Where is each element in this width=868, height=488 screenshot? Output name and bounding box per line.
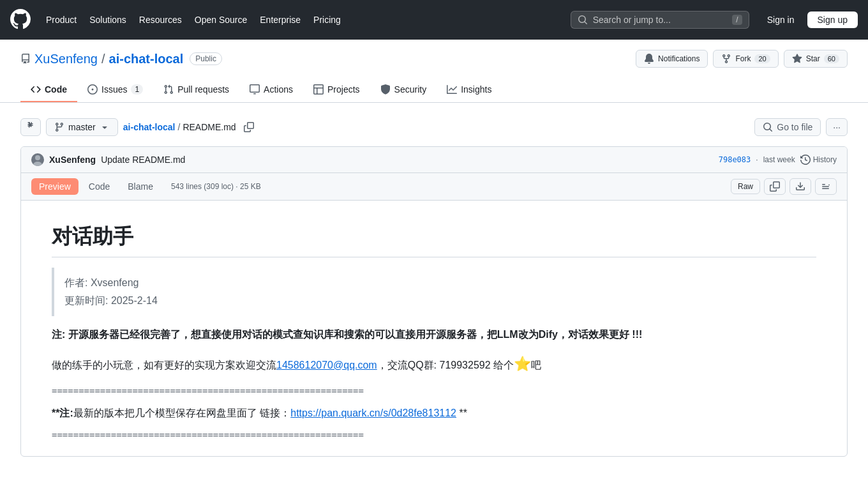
file-view-tabs: Preview Code Blame 543 lines (309 loc) ·… bbox=[31, 178, 261, 195]
tab-pr-label: Pull requests bbox=[177, 84, 229, 95]
issue-icon bbox=[87, 84, 98, 95]
readme-divider2: ========================================… bbox=[52, 429, 816, 442]
readme-blockquote: 作者: Xvsenfeng 更新时间: 2025-2-14 bbox=[52, 268, 816, 316]
readme-divider1: ========================================… bbox=[52, 385, 816, 398]
copy-file-icon bbox=[770, 181, 780, 192]
nav-enterprise[interactable]: Enterprise bbox=[255, 11, 306, 29]
outline-icon bbox=[821, 181, 831, 192]
header-auth: Sign in Sign up bbox=[760, 11, 858, 29]
file-tab-code[interactable]: Code bbox=[81, 178, 117, 195]
tab-projects-label: Projects bbox=[327, 84, 360, 95]
security-icon bbox=[380, 84, 391, 95]
tab-insights[interactable]: Insights bbox=[437, 78, 502, 102]
bell-icon bbox=[644, 54, 654, 64]
github-logo[interactable] bbox=[10, 9, 31, 31]
svg-point-1 bbox=[33, 162, 42, 166]
repo-owner-link[interactable]: XuSenfeng bbox=[34, 52, 98, 66]
nav-resources[interactable]: Resources bbox=[134, 11, 187, 29]
readme-star-emoji: ⭐ bbox=[514, 356, 531, 372]
fork-label: Fork bbox=[735, 54, 751, 63]
history-icon bbox=[800, 155, 811, 165]
notifications-label: Notifications bbox=[658, 54, 700, 63]
tab-code[interactable]: Code bbox=[20, 78, 77, 102]
nav-product[interactable]: Product bbox=[41, 11, 82, 29]
branch-selector[interactable]: master bbox=[46, 118, 118, 136]
download-button[interactable] bbox=[789, 178, 811, 195]
blockquote-update: 更新时间: 2025-2-14 bbox=[64, 293, 806, 309]
tab-code-label: Code bbox=[45, 84, 67, 95]
repo-actions: Notifications Fork 20 Star 60 bbox=[636, 50, 848, 68]
tab-pull-requests[interactable]: Pull requests bbox=[153, 78, 239, 102]
breadcrumb-repo-link[interactable]: ai-chat-local bbox=[123, 122, 176, 132]
readme-note-link[interactable]: https://pan.quark.cn/s/0d28fe813112 bbox=[290, 408, 456, 418]
file-tab-blame[interactable]: Blame bbox=[120, 178, 161, 195]
svg-point-0 bbox=[35, 155, 40, 160]
readme-note-text: 最新的版本把几个模型保存在网盘里面了 链接： bbox=[73, 408, 290, 418]
tab-insights-label: Insights bbox=[461, 84, 491, 95]
readme-hobby-text: 做的练手的小玩意，如有更好的实现方案欢迎交流 bbox=[52, 360, 276, 370]
tab-issues[interactable]: Issues 1 bbox=[77, 78, 153, 102]
commit-message: Update README.md bbox=[101, 155, 185, 165]
readme-hobby: 做的练手的小玩意，如有更好的实现方案欢迎交流1458612070@qq.com，… bbox=[52, 353, 816, 374]
branch-icon bbox=[54, 122, 64, 132]
repo-slash: / bbox=[101, 52, 105, 66]
star-button[interactable]: Star 60 bbox=[784, 50, 848, 68]
search-placeholder: Search or jump to... bbox=[593, 15, 728, 25]
readme-title: 对话助手 bbox=[52, 221, 816, 257]
search-bar[interactable]: Search or jump to... / bbox=[571, 11, 749, 29]
github-mark-icon bbox=[10, 9, 31, 29]
go-to-file-label: Go to file bbox=[777, 122, 812, 132]
readme-note-label: **注: bbox=[52, 408, 73, 418]
tab-actions[interactable]: Actions bbox=[239, 78, 303, 102]
code-icon bbox=[31, 84, 41, 95]
copy-path-button[interactable] bbox=[241, 119, 257, 135]
commit-hash-link[interactable]: 798e083 bbox=[719, 155, 751, 164]
repo-name-link[interactable]: ai-chat-local bbox=[109, 52, 184, 66]
chevron-down-icon bbox=[100, 122, 110, 132]
file-actions: Raw bbox=[731, 178, 837, 195]
tab-security-label: Security bbox=[394, 84, 427, 95]
commit-author[interactable]: XuSenfeng bbox=[49, 155, 96, 165]
readme-note: **注:最新的版本把几个模型保存在网盘里面了 链接：https://pan.qu… bbox=[52, 406, 816, 421]
file-area: master ai-chat-local / README.md Go to f… bbox=[0, 103, 868, 472]
more-options-button[interactable]: ··· bbox=[826, 118, 848, 136]
raw-button[interactable]: Raw bbox=[731, 179, 760, 194]
copy-raw-button[interactable] bbox=[764, 178, 786, 195]
download-icon bbox=[795, 181, 805, 192]
copy-icon bbox=[244, 122, 254, 132]
signin-button[interactable]: Sign in bbox=[760, 11, 802, 29]
commit-row: XuSenfeng Update README.md 798e083 · las… bbox=[21, 147, 847, 173]
commit-left: XuSenfeng Update README.md bbox=[31, 153, 185, 166]
file-tab-preview[interactable]: Preview bbox=[31, 178, 79, 195]
file-nav-row: master ai-chat-local / README.md Go to f… bbox=[20, 118, 848, 136]
file-meta: 543 lines (309 loc) · 25 KB bbox=[171, 182, 261, 191]
file-toolbar: Preview Code Blame 543 lines (309 loc) ·… bbox=[21, 173, 847, 201]
insights-icon bbox=[447, 84, 457, 95]
projects-icon bbox=[313, 84, 324, 95]
fork-button[interactable]: Fork 20 bbox=[713, 50, 778, 68]
tab-actions-label: Actions bbox=[264, 84, 293, 95]
readme-email-link[interactable]: 1458612070@qq.com bbox=[276, 360, 377, 370]
search-small-icon bbox=[763, 122, 773, 132]
nav-open-source[interactable]: Open Source bbox=[190, 11, 253, 29]
tab-projects[interactable]: Projects bbox=[303, 78, 370, 102]
tab-security[interactable]: Security bbox=[370, 78, 437, 102]
branch-name: master bbox=[68, 122, 96, 132]
repo-header: XuSenfeng / ai-chat-local Public Notific… bbox=[0, 40, 868, 103]
sidebar-toggle-button[interactable] bbox=[20, 118, 41, 136]
breadcrumb: ai-chat-local / README.md bbox=[123, 122, 236, 132]
outline-button[interactable] bbox=[815, 178, 837, 195]
star-icon bbox=[792, 54, 802, 64]
repo-tabs: Code Issues 1 Pull requests Actions bbox=[20, 78, 848, 102]
star-label: Star bbox=[806, 54, 820, 63]
nav-solutions[interactable]: Solutions bbox=[84, 11, 131, 29]
signup-button[interactable]: Sign up bbox=[807, 11, 858, 28]
history-button[interactable]: History bbox=[800, 155, 837, 165]
notifications-button[interactable]: Notifications bbox=[636, 50, 708, 68]
go-to-file-button[interactable]: Go to file bbox=[754, 118, 821, 136]
sidebar-toggle-icon bbox=[26, 122, 36, 132]
history-label: History bbox=[813, 155, 837, 164]
nav-pricing[interactable]: Pricing bbox=[308, 11, 346, 29]
commit-separator: · bbox=[756, 155, 758, 164]
pr-icon bbox=[163, 84, 174, 95]
